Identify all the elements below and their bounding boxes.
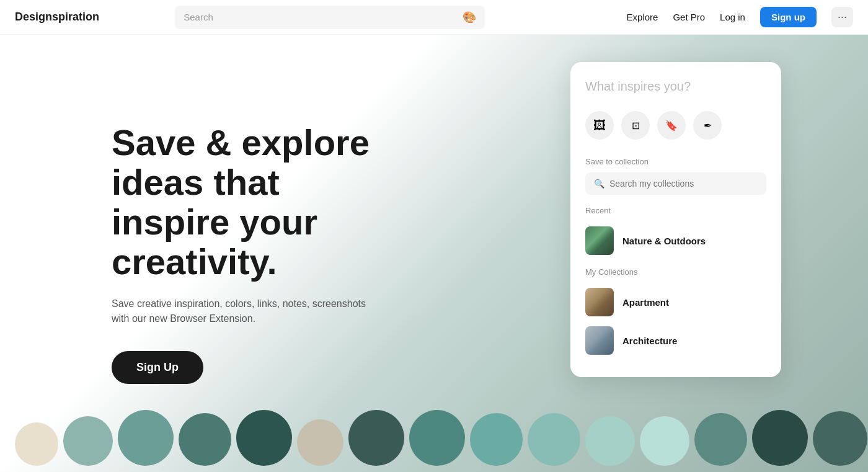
collections-search-input[interactable]	[609, 179, 758, 189]
save-to-collection-label: Save to collection	[585, 157, 766, 166]
palette-circle-8[interactable]	[470, 413, 523, 466]
my-collections-label: My Collections	[585, 267, 766, 277]
pen-icon: ✒	[704, 120, 712, 131]
palette-circle-6[interactable]	[348, 410, 404, 466]
palette-circle-3[interactable]	[179, 413, 231, 466]
hero-content: Save & explore ideas that inspire your c…	[0, 88, 372, 383]
image-icon-button[interactable]: 🖼	[585, 111, 614, 140]
collections-search-bar: 🔍	[585, 172, 766, 195]
screenshot-icon: ⊡	[632, 120, 640, 131]
palette-circle-4[interactable]	[236, 410, 292, 466]
palette-circle-5[interactable]	[297, 419, 343, 466]
search-bar: 🎨	[175, 6, 485, 29]
palette-circle-9[interactable]	[528, 413, 580, 466]
apartment-collection-item[interactable]: Apartment	[585, 283, 766, 321]
signup-button[interactable]: Sign up	[760, 7, 817, 27]
bookmark-icon-button[interactable]: 🔖	[657, 111, 686, 140]
card-icon-row: 🖼 ⊡ 🔖 ✒	[585, 111, 766, 140]
palette-circle-14[interactable]	[813, 411, 867, 466]
recent-collection-item[interactable]: Nature & Outdoors	[585, 221, 766, 260]
nature-outdoors-thumb	[585, 226, 614, 255]
search-input[interactable]	[184, 12, 456, 22]
nature-outdoors-name: Nature & Outdoors	[622, 236, 706, 246]
inspiration-card: What inspires you? 🖼 ⊡ 🔖 ✒ Save to colle…	[570, 62, 781, 377]
recent-label: Recent	[585, 206, 766, 215]
login-button[interactable]: Log in	[720, 12, 745, 22]
hero-title: Save & explore ideas that inspire your c…	[112, 123, 372, 281]
palette-circle-7[interactable]	[409, 410, 465, 466]
hero-subtitle: Save creative inspiration, colors, links…	[112, 296, 372, 326]
logo: Designspiration	[15, 11, 99, 24]
palette-icon[interactable]: 🎨	[463, 11, 476, 24]
card-placeholder-text: What inspires you?	[585, 79, 766, 94]
pen-icon-button[interactable]: ✒	[693, 111, 722, 140]
palette-circle-13[interactable]	[752, 410, 808, 466]
explore-link[interactable]: Explore	[627, 12, 658, 22]
apartment-name: Apartment	[622, 297, 669, 308]
hero-signup-button[interactable]: Sign Up	[112, 351, 203, 384]
palette-circle-0[interactable]	[15, 422, 58, 466]
palette-circle-1[interactable]	[63, 416, 113, 466]
image-icon: 🖼	[593, 118, 606, 133]
architecture-name: Architecture	[622, 336, 677, 346]
search-icon: 🔍	[594, 179, 604, 189]
apartment-thumb	[585, 288, 614, 316]
architecture-collection-item[interactable]: Architecture	[585, 321, 766, 360]
screenshot-icon-button[interactable]: ⊡	[621, 111, 650, 140]
palette-circle-10[interactable]	[585, 416, 635, 466]
more-button[interactable]: ···	[831, 7, 853, 27]
architecture-thumb	[585, 326, 614, 355]
header: Designspiration 🎨 Explore Get Pro Log in…	[0, 0, 868, 35]
nav: Explore Get Pro Log in Sign up ···	[627, 7, 853, 27]
get-pro-link[interactable]: Get Pro	[673, 12, 705, 22]
hero-section: Save & explore ideas that inspire your c…	[0, 0, 868, 472]
palette-circle-11[interactable]	[640, 416, 689, 466]
palette-row	[0, 410, 868, 472]
palette-circle-12[interactable]	[694, 413, 747, 466]
palette-circle-2[interactable]	[118, 410, 174, 466]
bookmark-icon: 🔖	[665, 120, 678, 131]
